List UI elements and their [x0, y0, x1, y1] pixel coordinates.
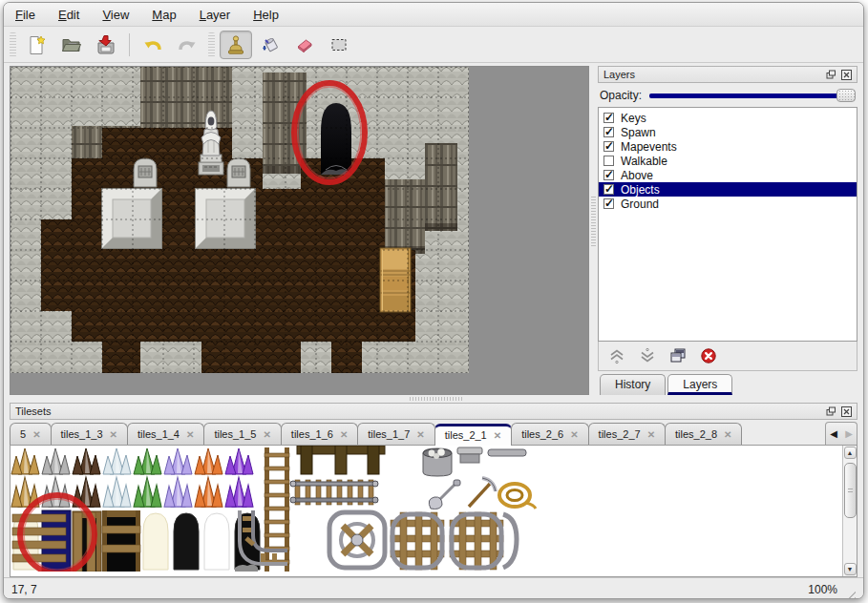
tab-history[interactable]: History	[600, 374, 666, 395]
layer-visibility-checkbox[interactable]	[603, 127, 614, 137]
tombstone-right	[227, 158, 250, 187]
layer-row-objects[interactable]: Objects	[599, 182, 857, 197]
layer-name: Spawn	[621, 126, 656, 139]
layer-row-ground[interactable]: Ground	[599, 197, 857, 211]
tileset-tab-tiles_1_3[interactable]: tiles_1_3✕	[51, 423, 128, 445]
toolbar-separator	[129, 33, 130, 56]
tileset-tab-5[interactable]: 5✕	[10, 423, 52, 445]
layer-name: Keys	[621, 112, 646, 125]
menu-edit[interactable]: Edit	[58, 8, 79, 22]
scroll-tabs-right-button[interactable]: ▶	[841, 428, 857, 439]
tab-label: tiles_1_7	[368, 428, 410, 440]
menu-help[interactable]: Help	[253, 8, 279, 22]
lower-layer-button[interactable]	[639, 347, 656, 364]
tab-scroll-buttons: ◀ ▶	[825, 422, 857, 445]
stamp-tool-icon	[224, 33, 247, 56]
layer-visibility-checkbox[interactable]	[603, 156, 614, 166]
scrollbar-track[interactable]	[844, 460, 857, 562]
undo-button[interactable]	[137, 31, 169, 59]
tileset-scrollbar: ▲ ▼	[842, 446, 857, 576]
scroll-tabs-left-button[interactable]: ◀	[826, 428, 841, 439]
vertical-splitter[interactable]	[589, 63, 598, 395]
save-icon	[95, 33, 117, 56]
tab-label: tiles_1_3	[61, 428, 103, 440]
tileset-content: ▲ ▼	[10, 446, 857, 577]
plinth-left	[101, 188, 162, 249]
float-panel-button[interactable]	[825, 405, 836, 417]
scrollbar-thumb[interactable]	[844, 463, 857, 518]
new-file-button[interactable]	[21, 31, 53, 59]
toolbar-grip[interactable]	[10, 32, 16, 57]
toolbar	[4, 27, 863, 63]
map-canvas[interactable]	[10, 66, 589, 395]
fill-tool-icon	[259, 33, 282, 56]
splitter-grip	[591, 197, 596, 246]
stamp-tool-button[interactable]	[220, 31, 252, 59]
tileset-tab-tiles_2_1[interactable]: tiles_2_1✕	[434, 424, 512, 446]
layer-visibility-checkbox[interactable]	[603, 170, 614, 180]
layer-visibility-checkbox[interactable]	[603, 113, 614, 123]
layer-name: Ground	[621, 198, 659, 211]
layer-row-mapevents[interactable]: Mapevents	[599, 139, 857, 154]
close-icon	[841, 406, 852, 417]
float-panel-button[interactable]	[825, 69, 836, 80]
layers-dock-titlebar: Layers	[598, 66, 857, 83]
layers-dock: Layers Opacity:	[598, 66, 857, 395]
tileset-tab-tiles_1_5[interactable]: tiles_1_5✕	[203, 423, 281, 445]
rect-select-tool-icon	[328, 33, 350, 56]
scroll-up-button[interactable]: ▲	[844, 447, 857, 459]
layer-visibility-checkbox[interactable]	[603, 141, 614, 152]
opacity-slider-handle[interactable]	[836, 89, 856, 102]
tileset-tab-tiles_1_6[interactable]: tiles_1_6✕	[281, 423, 358, 445]
undo-icon	[141, 33, 164, 56]
tileset-tab-tiles_2_7[interactable]: tiles_2_7✕	[588, 423, 666, 445]
menu-file[interactable]: File	[15, 8, 35, 22]
select-tool-button[interactable]	[323, 31, 355, 59]
close-tab-icon[interactable]: ✕	[570, 429, 578, 440]
raise-layer-button[interactable]	[608, 347, 625, 364]
tileset-tab-tiles_2_6[interactable]: tiles_2_6✕	[511, 423, 588, 445]
menu-view[interactable]: View	[102, 8, 129, 22]
close-tab-icon[interactable]: ✕	[724, 429, 731, 440]
splitter-grip	[410, 397, 463, 401]
close-tab-icon[interactable]: ✕	[186, 429, 194, 440]
duplicate-layer-button[interactable]	[669, 347, 687, 364]
close-tab-icon[interactable]: ✕	[263, 429, 270, 440]
close-panel-button[interactable]	[840, 405, 852, 417]
close-tab-icon[interactable]: ✕	[416, 429, 424, 440]
close-tab-icon[interactable]: ✕	[110, 429, 117, 440]
tab-layers[interactable]: Layers	[667, 374, 732, 395]
save-button[interactable]	[90, 31, 122, 59]
redo-button[interactable]	[171, 31, 203, 59]
close-panel-button[interactable]	[840, 69, 852, 80]
layer-row-above[interactable]: Above	[599, 168, 857, 182]
horizontal-splitter[interactable]	[4, 395, 863, 403]
delete-layer-button[interactable]	[700, 347, 717, 364]
layer-row-keys[interactable]: Keys	[599, 111, 857, 125]
tileset-tab-tiles_1_7[interactable]: tiles_1_7✕	[357, 423, 434, 445]
open-button[interactable]	[55, 31, 88, 59]
layer-visibility-checkbox[interactable]	[603, 184, 614, 195]
close-tab-icon[interactable]: ✕	[32, 429, 40, 440]
resize-grip[interactable]	[843, 588, 856, 599]
tileset-canvas[interactable]	[11, 446, 842, 576]
opacity-slider[interactable]	[649, 89, 856, 102]
float-icon	[826, 70, 836, 80]
tileset-tab-tiles_2_8[interactable]: tiles_2_8✕	[665, 423, 742, 445]
layer-buttons	[598, 342, 857, 371]
tileset-tab-tiles_1_4[interactable]: tiles_1_4✕	[127, 423, 204, 445]
menu-map[interactable]: Map	[152, 8, 176, 22]
scroll-down-button[interactable]: ▼	[844, 563, 857, 575]
layer-visibility-checkbox[interactable]	[603, 198, 614, 209]
toolbar-grip-2[interactable]	[208, 32, 215, 57]
close-tab-icon[interactable]: ✕	[494, 430, 501, 441]
eraser-tool-button[interactable]	[288, 31, 321, 59]
layer-row-walkable[interactable]: Walkable	[599, 154, 857, 168]
fill-tool-button[interactable]	[254, 31, 286, 59]
menu-layer[interactable]: Layer	[200, 8, 231, 22]
close-tab-icon[interactable]: ✕	[647, 429, 655, 440]
right-panel: Layers Opacity:	[598, 63, 863, 395]
close-tab-icon[interactable]: ✕	[340, 429, 348, 440]
new-file-icon	[26, 33, 49, 56]
layer-row-spawn[interactable]: Spawn	[599, 125, 857, 139]
